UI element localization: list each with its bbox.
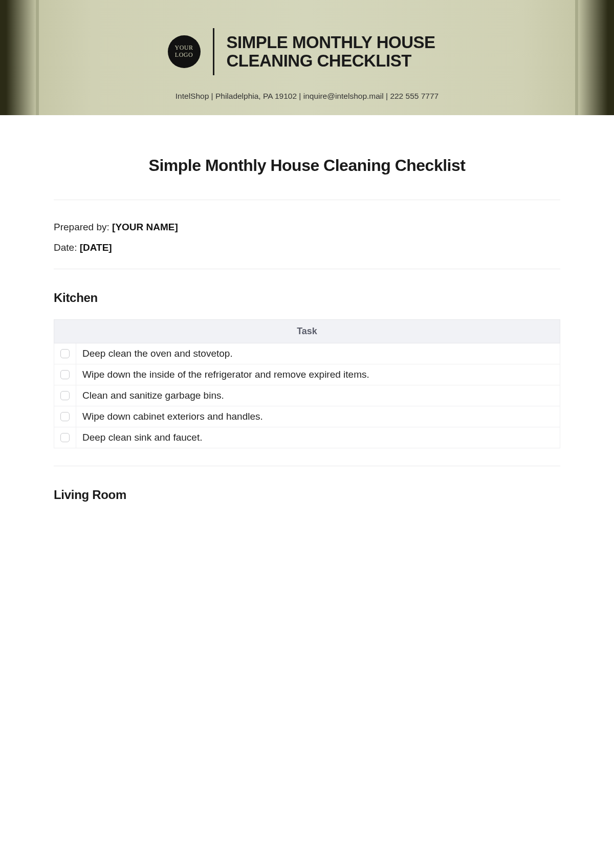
divider <box>54 269 560 269</box>
checkbox-icon[interactable] <box>60 412 70 421</box>
section-heading-kitchen: Kitchen <box>54 291 560 305</box>
prepared-by-row: Prepared by: [YOUR NAME] <box>54 222 560 233</box>
prepared-by-value: [YOUR NAME] <box>112 222 178 232</box>
checkbox-icon[interactable] <box>60 391 70 400</box>
table-row: Deep clean the oven and stovetop. <box>54 343 560 364</box>
table-row: Clean and sanitize garbage bins. <box>54 385 560 406</box>
section-heading-living-room: Living Room <box>54 488 560 502</box>
table-row: Wipe down cabinet exteriors and handles. <box>54 406 560 427</box>
banner-accent-right <box>575 0 578 115</box>
checkbox-icon[interactable] <box>60 349 70 358</box>
checkbox-icon[interactable] <box>60 370 70 379</box>
date-label: Date: <box>54 242 80 253</box>
banner-title: SIMPLE MONTHLY HOUSE CLEANING CHECKLIST <box>227 33 447 70</box>
banner-accent-left <box>36 0 39 115</box>
table-row: Deep clean sink and faucet. <box>54 427 560 448</box>
divider <box>54 466 560 466</box>
logo-line1: YOUR <box>174 45 193 52</box>
table-row: Wipe down the inside of the refrigerator… <box>54 364 560 385</box>
task-text: Deep clean the oven and stovetop. <box>82 348 233 359</box>
logo-line2: LOGO <box>175 52 193 59</box>
task-text: Wipe down cabinet exteriors and handles. <box>82 411 263 422</box>
prepared-by-label: Prepared by: <box>54 222 112 232</box>
date-row: Date: [DATE] <box>54 242 560 253</box>
page-title: Simple Monthly House Cleaning Checklist <box>54 156 560 175</box>
banner-divider <box>213 28 214 75</box>
content-area: Simple Monthly House Cleaning Checklist … <box>0 115 614 502</box>
banner: YOUR LOGO SIMPLE MONTHLY HOUSE CLEANING … <box>0 0 614 115</box>
logo-placeholder: YOUR LOGO <box>168 35 201 68</box>
date-value: [DATE] <box>80 242 112 253</box>
table-header: Task <box>54 320 560 343</box>
banner-contact-line: IntelShop | Philadelphia, PA 19102 | inq… <box>176 92 438 101</box>
divider <box>54 200 560 200</box>
checkbox-icon[interactable] <box>60 433 70 442</box>
task-table-kitchen: Task Deep clean the oven and stovetop. W… <box>54 319 560 448</box>
task-text: Deep clean sink and faucet. <box>82 432 203 443</box>
banner-header-row: YOUR LOGO SIMPLE MONTHLY HOUSE CLEANING … <box>168 28 447 75</box>
task-text: Clean and sanitize garbage bins. <box>82 390 224 401</box>
task-text: Wipe down the inside of the refrigerator… <box>82 369 369 380</box>
